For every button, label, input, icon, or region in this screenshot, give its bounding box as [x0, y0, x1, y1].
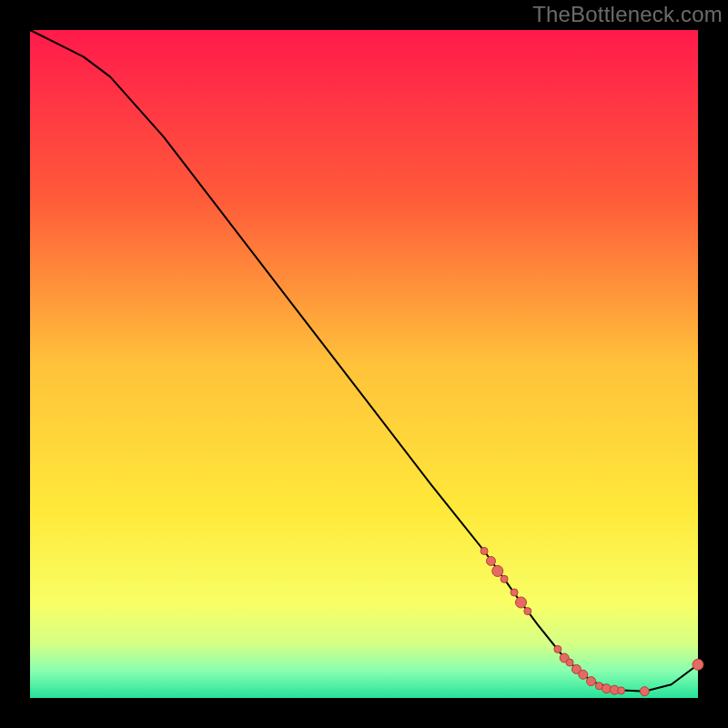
- scatter-dot: [693, 659, 703, 670]
- scatter-dot: [640, 687, 649, 696]
- scatter-dot: [579, 670, 588, 679]
- scatter-dot: [516, 597, 527, 608]
- scatter-dot: [566, 659, 573, 666]
- watermark-text: TheBottleneck.com: [532, 2, 723, 27]
- series-dots: [480, 548, 703, 696]
- series-curve: [30, 30, 698, 692]
- scatter-dot: [500, 575, 508, 582]
- scatter-dot: [618, 687, 625, 694]
- scatter-dot: [524, 608, 531, 615]
- plot-area: [30, 30, 698, 698]
- scatter-dot: [487, 557, 496, 566]
- scatter-dot: [587, 677, 596, 686]
- plot-svg: [30, 30, 698, 698]
- scatter-dot: [511, 589, 518, 596]
- chart-stage: TheBottleneck.com: [0, 0, 728, 728]
- scatter-dot: [554, 645, 561, 652]
- scatter-dot: [602, 684, 611, 693]
- scatter-dot: [480, 548, 488, 555]
- scatter-dot: [492, 566, 503, 577]
